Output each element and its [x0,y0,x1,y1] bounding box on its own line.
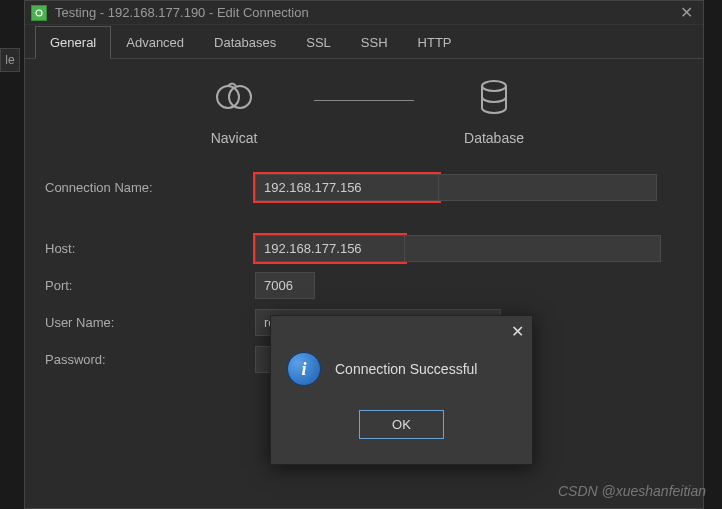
database-icon [478,79,510,118]
dialog-message: Connection Successful [335,361,477,377]
close-icon[interactable]: ✕ [676,3,697,22]
tab-bar: General Advanced Databases SSL SSH HTTP [25,25,703,59]
window-title: Testing - 192.168.177.190 - Edit Connect… [55,5,676,20]
username-label: User Name: [41,315,255,330]
port-input[interactable] [255,272,315,299]
database-label: Database [464,130,524,146]
password-label: Password: [41,352,255,367]
host-input-ext[interactable] [405,235,661,262]
connection-name-input-ext[interactable] [439,174,657,201]
connection-diagram: Navicat Database [41,79,687,146]
message-dialog: ✕ i Connection Successful OK [270,315,533,465]
tab-databases[interactable]: Databases [199,26,291,59]
info-icon: i [287,352,321,386]
tab-general[interactable]: General [35,26,111,59]
connection-line [314,100,414,101]
connection-name-label: Connection Name: [41,180,255,195]
svg-point-3 [482,81,506,91]
port-label: Port: [41,278,255,293]
navicat-label: Navicat [211,130,258,146]
tab-ssh[interactable]: SSH [346,26,403,59]
tab-ssl[interactable]: SSL [291,26,346,59]
navicat-app-icon [31,5,47,21]
titlebar: Testing - 192.168.177.190 - Edit Connect… [25,1,703,25]
ok-button[interactable]: OK [359,410,444,439]
svg-point-0 [36,10,42,16]
watermark: CSDN @xueshanfeitian [558,483,706,499]
host-label: Host: [41,241,255,256]
left-panel-fragment: le [0,48,20,72]
tab-http[interactable]: HTTP [403,26,467,59]
navicat-icon [214,79,254,118]
dialog-close-icon[interactable]: ✕ [511,322,524,341]
tab-advanced[interactable]: Advanced [111,26,199,59]
host-input[interactable] [255,235,405,262]
connection-name-input[interactable] [255,174,439,201]
